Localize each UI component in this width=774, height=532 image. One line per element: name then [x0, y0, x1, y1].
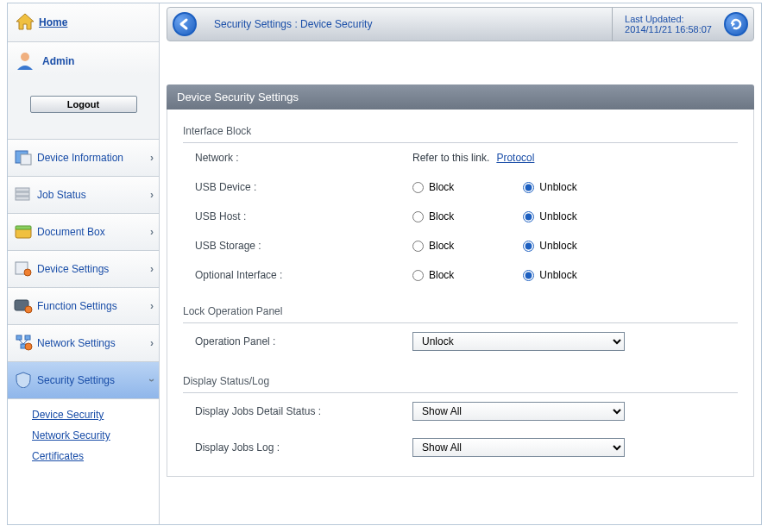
content-header: Security Settings : Device Security Last…	[167, 7, 754, 41]
svg-rect-6	[16, 197, 29, 200]
select-operation-panel[interactable]: Unlock	[412, 332, 625, 351]
refresh-button[interactable]	[724, 12, 748, 36]
network-icon	[13, 334, 37, 353]
radio-usb-host-block[interactable]: Block	[412, 210, 454, 222]
protocol-link[interactable]: Protocol	[496, 152, 534, 164]
select-display-detail-status[interactable]: Show All	[412, 402, 625, 421]
svg-point-10	[24, 269, 31, 276]
security-subnav: Device Security Network Security Certifi…	[8, 399, 159, 472]
chevron-right-icon: ›	[150, 300, 154, 312]
sidebar-item-device-settings[interactable]: Device Settings ›	[8, 251, 159, 288]
group-interface-block: Interface Block	[183, 110, 738, 143]
radio-opt-if-unblock[interactable]: Unblock	[523, 269, 576, 281]
svg-point-1	[21, 53, 29, 61]
sidebar-item-security-settings[interactable]: Security Settings ›	[8, 362, 159, 399]
row-display-jobs-log: Display Jobs Log : Show All	[183, 429, 738, 466]
label-display-jobs-log: Display Jobs Log :	[195, 441, 412, 454]
label-display-detail-status: Display Jobs Detail Status :	[195, 405, 412, 417]
chevron-right-icon: ›	[150, 152, 154, 164]
select-display-jobs-log[interactable]: Show All	[412, 438, 625, 457]
sidebar-item-label: Function Settings	[37, 300, 150, 312]
back-button[interactable]	[173, 12, 197, 36]
user-icon	[15, 51, 39, 72]
admin-name: Admin	[42, 55, 74, 67]
device-settings-icon	[13, 260, 37, 279]
svg-point-12	[25, 306, 32, 313]
row-usb-device: USB Device : Block Unblock	[183, 172, 738, 202]
label-usb-device: USB Device :	[195, 181, 412, 193]
text-refer-link: Refer to this link.	[412, 152, 489, 164]
chevron-right-icon: ›	[150, 226, 154, 238]
row-display-detail-status: Display Jobs Detail Status : Show All	[183, 393, 738, 429]
group-lock-panel: Lock Operation Panel	[183, 290, 738, 323]
panel: Interface Block Network : Refer to this …	[167, 110, 754, 477]
subnav-network-security[interactable]: Network Security	[32, 425, 159, 446]
svg-marker-19	[732, 22, 735, 27]
label-optional-interface: Optional Interface :	[195, 269, 412, 281]
chevron-right-icon: ›	[150, 189, 154, 201]
radio-opt-if-block[interactable]: Block	[412, 269, 454, 281]
device-info-icon	[13, 148, 37, 167]
chevron-right-icon: ›	[150, 337, 154, 349]
breadcrumb: Security Settings : Device Security	[197, 8, 613, 41]
svg-rect-4	[16, 188, 29, 191]
svg-point-18	[25, 343, 32, 350]
row-usb-storage: USB Storage : Block Unblock	[183, 231, 738, 260]
subnav-device-security[interactable]: Device Security	[32, 404, 159, 425]
section-title: Device Security Settings	[167, 84, 754, 110]
sidebar-item-function-settings[interactable]: Function Settings ›	[8, 288, 159, 325]
last-updated-time: 2014/11/21 16:58:07	[625, 24, 712, 34]
radio-usb-device-unblock[interactable]: Unblock	[523, 181, 576, 193]
logout-area: Logout	[8, 75, 159, 140]
sidebar-item-job-status[interactable]: Job Status ›	[8, 177, 159, 214]
sidebar-item-label: Device Information	[37, 152, 150, 164]
sidebar-item-document-box[interactable]: Document Box ›	[8, 214, 159, 251]
svg-rect-14	[25, 335, 30, 340]
radio-usb-device-block[interactable]: Block	[412, 181, 454, 193]
label-operation-panel: Operation Panel :	[195, 335, 412, 347]
sidebar-item-label: Document Box	[37, 226, 150, 238]
svg-rect-8	[16, 226, 31, 229]
sidebar-item-label: Device Settings	[37, 263, 150, 275]
sidebar-home[interactable]: Home	[8, 3, 159, 42]
row-network: Network : Refer to this link. Protocol	[183, 143, 738, 172]
svg-rect-5	[16, 192, 29, 196]
radio-usb-host-unblock[interactable]: Unblock	[523, 210, 576, 222]
job-status-icon	[13, 185, 37, 204]
sidebar-item-label: Security Settings	[37, 374, 150, 386]
last-updated-label: Last Updated:	[625, 14, 712, 24]
last-updated: Last Updated: 2014/11/21 16:58:07	[613, 8, 724, 41]
sidebar-item-network-settings[interactable]: Network Settings ›	[8, 325, 159, 362]
sidebar-item-label: Network Settings	[37, 337, 150, 349]
logout-button[interactable]: Logout	[30, 96, 137, 113]
chevron-down-icon: ›	[146, 379, 158, 382]
row-optional-interface: Optional Interface : Block Unblock	[183, 260, 738, 290]
svg-rect-3	[21, 154, 31, 165]
sidebar: Home Admin Logout Device Information › J…	[8, 3, 160, 524]
box-icon	[13, 222, 37, 241]
nav-list: Device Information › Job Status › Docume…	[8, 140, 159, 472]
svg-line-16	[19, 340, 23, 344]
sidebar-item-label: Job Status	[37, 189, 150, 201]
function-settings-icon	[13, 297, 37, 316]
label-usb-host: USB Host :	[195, 210, 412, 222]
label-network: Network :	[195, 152, 412, 164]
radio-usb-storage-block[interactable]: Block	[412, 240, 454, 252]
home-link[interactable]: Home	[39, 16, 67, 28]
label-usb-storage: USB Storage :	[195, 240, 412, 252]
svg-rect-13	[16, 335, 22, 340]
row-operation-panel: Operation Panel : Unlock	[183, 323, 738, 360]
group-display-status: Display Status/Log	[183, 360, 738, 393]
content: Security Settings : Device Security Last…	[160, 3, 761, 524]
svg-marker-0	[16, 14, 34, 29]
sidebar-admin: Admin	[8, 42, 159, 75]
chevron-right-icon: ›	[150, 263, 154, 275]
sidebar-item-device-information[interactable]: Device Information ›	[8, 140, 159, 177]
shield-icon	[13, 371, 37, 390]
row-usb-host: USB Host : Block Unblock	[183, 202, 738, 231]
subnav-certificates[interactable]: Certificates	[32, 446, 159, 466]
radio-usb-storage-unblock[interactable]: Unblock	[523, 240, 576, 252]
home-icon	[15, 12, 39, 33]
